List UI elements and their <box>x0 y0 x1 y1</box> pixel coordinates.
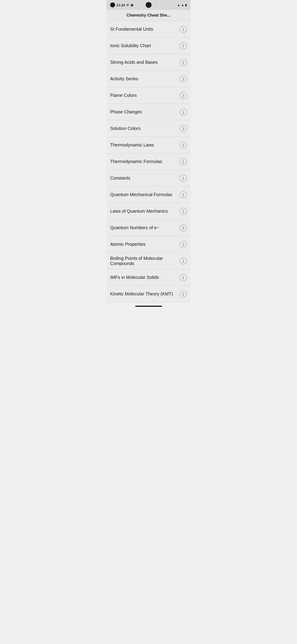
chevron-container: ❯ <box>180 208 187 215</box>
chevron-icon: ❯ <box>182 260 185 262</box>
chevron-icon: ❯ <box>182 177 185 180</box>
chevron-icon: ❯ <box>182 61 185 64</box>
list-item-label: Solution Colors <box>110 126 180 131</box>
chevron-container: ❯ <box>180 241 187 248</box>
list-item[interactable]: Constants❯ <box>107 170 190 186</box>
list-item-label: Quantum Numbers of e− <box>110 225 180 230</box>
chevron-container: ❯ <box>180 75 187 82</box>
nav-title: Chemistry Cheat She... <box>126 13 170 18</box>
chevron-container: ❯ <box>180 108 187 116</box>
list-item-label: Kinetic Molecular Theory (KMT) <box>110 291 180 296</box>
list-item-label: Activity Series <box>110 76 180 82</box>
list-item[interactable]: Activity Series❯ <box>107 71 190 87</box>
list-item-label: Phase Changes <box>110 109 180 114</box>
list-item-label: IMFs in Molecular Solids <box>110 275 180 280</box>
chevron-container: ❯ <box>180 290 187 298</box>
list-item-label: Atomic Properties <box>110 242 180 247</box>
card-icon: ▣ <box>130 3 133 7</box>
status-bar-left: 11:24 ⚙ ▣ <box>110 2 133 8</box>
list-item[interactable]: SI Fundamental Units❯ <box>107 21 190 38</box>
chevron-icon: ❯ <box>182 226 185 230</box>
chevron-container: ❯ <box>180 92 187 99</box>
center-circle <box>146 2 152 8</box>
status-circle <box>110 2 115 8</box>
chevron-icon: ❯ <box>182 243 185 246</box>
list-item-label: Flame Colors <box>110 93 180 98</box>
chevron-icon: ❯ <box>182 44 185 48</box>
list-item[interactable]: Flame Colors❯ <box>107 87 190 104</box>
list-item[interactable]: Atomic Properties❯ <box>107 236 190 253</box>
chevron-icon: ❯ <box>182 28 185 31</box>
list-item-label: Thermodynamic Laws <box>110 142 180 148</box>
list-item[interactable]: Ionic Solubility Chart❯ <box>107 38 190 54</box>
list-item[interactable]: Thermodynamic Formulas❯ <box>107 154 190 170</box>
chevron-icon: ❯ <box>182 144 185 147</box>
chevron-container: ❯ <box>180 125 187 132</box>
list-item-label: Ionic Solubility Chart <box>110 43 180 48</box>
chevron-container: ❯ <box>180 274 187 281</box>
menu-list: SI Fundamental Units❯Ionic Solubility Ch… <box>107 21 190 302</box>
chevron-container: ❯ <box>180 191 187 198</box>
navigation-bar: Chemistry Cheat She... <box>107 10 190 21</box>
list-item[interactable]: Thermodynamic Laws❯ <box>107 137 190 154</box>
list-item-label: Strong Acids and Bases <box>110 60 180 65</box>
list-item-label: Quantum Mechanical Formulas <box>110 192 180 197</box>
chevron-container: ❯ <box>180 175 187 182</box>
chevron-container: ❯ <box>180 158 187 165</box>
gear-icon: ⚙ <box>126 3 129 7</box>
chevron-icon: ❯ <box>182 292 185 296</box>
chevron-container: ❯ <box>180 59 187 66</box>
list-item[interactable]: Strong Acids and Bases❯ <box>107 54 190 71</box>
chevron-container: ❯ <box>180 26 187 33</box>
list-item-label: Thermodynamic Formulas <box>110 159 180 164</box>
list-item[interactable]: Boiling Points of Molecular Compounds❯ <box>107 253 190 269</box>
home-indicator <box>135 306 162 307</box>
status-right: ▲ ▲ ▮ <box>177 3 187 7</box>
status-time: 11:24 <box>116 3 125 7</box>
status-bar: 11:24 ⚙ ▣ ▲ ▲ ▮ <box>107 0 190 10</box>
chevron-container: ❯ <box>180 42 187 50</box>
chevron-icon: ❯ <box>182 210 185 213</box>
list-item-label: Laws of Quantum Mechanics <box>110 209 180 214</box>
chevron-container: ❯ <box>180 258 187 264</box>
list-item-label: Constants <box>110 176 180 181</box>
list-item[interactable]: Quantum Mechanical Formulas❯ <box>107 186 190 203</box>
wifi-icon: ▲ <box>177 3 180 7</box>
signal-icon: ▲ <box>181 3 184 7</box>
chevron-icon: ❯ <box>182 127 185 130</box>
chevron-icon: ❯ <box>182 276 185 279</box>
list-item[interactable]: Quantum Numbers of e−❯ <box>107 220 190 236</box>
chevron-icon: ❯ <box>182 94 185 97</box>
list-item-label: Boiling Points of Molecular Compounds <box>110 256 180 266</box>
bottom-bar <box>107 302 190 310</box>
status-center <box>146 2 152 8</box>
chevron-icon: ❯ <box>182 193 185 196</box>
chevron-container: ❯ <box>180 224 187 232</box>
list-item[interactable]: IMFs in Molecular Solids❯ <box>107 269 190 286</box>
chevron-icon: ❯ <box>182 160 185 163</box>
list-item[interactable]: Solution Colors❯ <box>107 120 190 137</box>
battery-icon: ▮ <box>185 3 187 7</box>
chevron-container: ❯ <box>180 142 187 149</box>
chevron-icon: ❯ <box>182 77 185 80</box>
list-item[interactable]: Kinetic Molecular Theory (KMT)❯ <box>107 286 190 302</box>
list-item-label: SI Fundamental Units <box>110 26 180 32</box>
chevron-icon: ❯ <box>182 110 185 114</box>
list-item[interactable]: Phase Changes❯ <box>107 104 190 120</box>
list-item[interactable]: Laws of Quantum Mechanics❯ <box>107 203 190 220</box>
